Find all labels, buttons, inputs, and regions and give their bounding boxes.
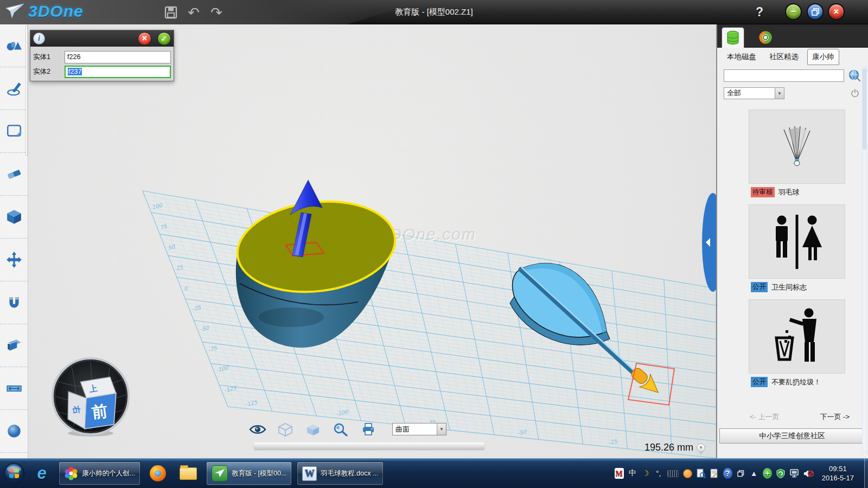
tool-material-button[interactable] (0, 410, 28, 453)
redo-button[interactable]: ↷ (207, 4, 226, 21)
dialog-body: 实体1 f226 实体2 f237 (30, 47, 174, 81)
tray-network-icon[interactable] (789, 468, 799, 479)
thumbnail-no-litter[interactable] (749, 299, 845, 374)
measurement-chevron-icon[interactable]: ▼ (697, 444, 705, 452)
internet-explorer-icon: e (37, 464, 46, 483)
explorer-launcher[interactable] (175, 460, 201, 486)
tool-measure-button[interactable] (0, 367, 28, 410)
bowl-solid[interactable] (232, 193, 400, 348)
taskbar-button-3done[interactable]: 教育版 - [模型00... (206, 461, 292, 485)
shaded-view-button[interactable] (304, 422, 322, 436)
tray-m-icon[interactable]: M (615, 468, 624, 479)
viewport-3d[interactable]: 1007550250-25-50-75-100-125-125-100-75-5… (28, 24, 716, 458)
undo-button[interactable]: ↶ (184, 4, 203, 21)
next-page-button[interactable]: 下一页 -> (820, 412, 850, 422)
viewport-toolbar: 曲面 ▼ (248, 422, 446, 436)
tray-volume-muted-icon[interactable] (803, 468, 814, 479)
dialog-confirm-button[interactable]: ✓ (157, 32, 171, 46)
tool-combine-button[interactable] (0, 324, 28, 367)
search-input[interactable] (724, 69, 844, 82)
tray-sogou-icon[interactable] (683, 469, 692, 478)
tray-doc-icon[interactable] (710, 468, 719, 479)
measurement-readout: 195.26 mm ▼ (644, 442, 705, 453)
list-item-badminton[interactable]: 待审核 羽毛球 (717, 110, 868, 197)
tray-360-icon[interactable]: + (763, 468, 772, 479)
visibility-button[interactable] (248, 422, 267, 436)
community-site-button[interactable]: 中小学三维创意社区 (719, 428, 865, 444)
toolbar-scrollbar[interactable] (25, 25, 28, 156)
window-title: 教育版 - [模型002.Z1] (271, 0, 597, 24)
panel-collapse-handle[interactable] (702, 193, 716, 292)
entity2-value-selected: f237 (68, 68, 82, 75)
firefox-launcher[interactable] (145, 460, 170, 486)
feather-solid[interactable] (510, 264, 674, 405)
tool-sketch-button[interactable] (0, 67, 28, 110)
wireframe-view-button[interactable] (276, 422, 295, 436)
tray-expand-icon[interactable]: ▲ (750, 468, 758, 479)
tab-user[interactable]: 康小帅 (807, 49, 839, 65)
save-button[interactable] (162, 4, 180, 21)
tool-move-button[interactable] (0, 239, 28, 281)
folder-icon (180, 467, 197, 480)
prev-page-button[interactable]: <- 上一页 (750, 412, 780, 422)
redo-icon: ↷ (210, 5, 222, 20)
thumbnail-restroom[interactable] (749, 204, 845, 279)
tool-sketch-plane-button[interactable] (0, 110, 28, 153)
display-mode-dropdown[interactable]: 曲面 ▼ (392, 423, 446, 435)
tray-restore-icon[interactable] (737, 468, 745, 479)
clock-time: 09:51 (822, 464, 854, 473)
firefox-icon (150, 465, 166, 481)
entity1-field[interactable]: f226 (65, 51, 171, 63)
thumbnail-badminton[interactable] (749, 110, 845, 184)
list-item-no-litter[interactable]: 公开 不要乱扔垃圾！ (717, 299, 868, 387)
boolean-dialog: i × ✓ 实体1 f226 实体2 f237 (30, 30, 174, 81)
wireframe-cube-icon (276, 422, 295, 436)
taskbar-clock[interactable]: 09:51 2016-5-17 (822, 464, 854, 483)
status-badge-pending: 待审核 (751, 187, 775, 197)
dialog-cancel-button[interactable]: × (138, 32, 151, 46)
dialog-row-entity1: 实体1 f226 (33, 50, 171, 63)
tray-help-icon[interactable]: ? (723, 468, 732, 479)
community-tab-button[interactable] (754, 27, 777, 48)
taskbar-button-label: 康小帅的个人创... (82, 469, 135, 478)
library-tab-button[interactable] (722, 27, 744, 48)
zoom-button[interactable] (331, 422, 350, 436)
print-button[interactable] (359, 422, 378, 436)
list-item-restroom[interactable]: 公开 卫生间标志 (717, 204, 868, 292)
start-button[interactable] (3, 460, 25, 486)
search-globe-icon[interactable] (848, 69, 860, 81)
minimize-icon: − (791, 7, 796, 16)
panel-scrollbar[interactable] (862, 67, 867, 453)
status-badge-public: 公开 (751, 377, 768, 387)
help-button[interactable]: ? (752, 4, 767, 20)
ie-launcher[interactable]: e (30, 460, 54, 486)
tab-local-disk[interactable]: 本地磁盘 (723, 49, 761, 65)
tool-feature-cube-button[interactable] (0, 196, 28, 239)
display-mode-value: 曲面 (393, 425, 437, 434)
show-desktop-button[interactable] (864, 459, 868, 488)
tray-ime-icon[interactable]: 中 (628, 468, 637, 479)
tool-eraser-button[interactable] (0, 153, 28, 196)
taskbar-button-word[interactable]: W 羽毛球教程.docx ... (297, 461, 384, 485)
tab-community-featured[interactable]: 社区精选 (765, 49, 803, 65)
tray-shield-icon[interactable] (776, 468, 785, 479)
restore-button[interactable] (807, 3, 824, 20)
view-cube-widget[interactable]: 上 右 前 (50, 356, 131, 437)
power-icon[interactable] (851, 89, 859, 98)
shuttlecock-thumb-icon (767, 117, 827, 177)
tool-primitives-button[interactable] (0, 24, 28, 67)
tool-magnet-button[interactable] (0, 281, 28, 324)
entity2-field[interactable]: f237 (65, 66, 171, 78)
item-caption: 公开 卫生间标志 (751, 282, 868, 292)
tray-search-doc-icon[interactable] (697, 468, 706, 479)
tray-keyboard-icon[interactable] (667, 470, 679, 477)
primitives-icon (5, 37, 23, 54)
scene-canvas[interactable]: i3DOne.com i3DOne.com (28, 24, 716, 458)
tray-moon-icon[interactable]: ☽ (641, 468, 650, 479)
minimize-button[interactable]: − (785, 3, 802, 20)
taskbar-button-browser-window[interactable]: 康小帅的个人创... (59, 461, 141, 485)
close-button[interactable]: × (828, 3, 845, 20)
panel-tabs: 本地磁盘 社区精选 康小帅 (717, 48, 868, 66)
tray-punct-icon[interactable]: °, (654, 468, 663, 479)
category-dropdown[interactable]: 全部 ▼ (724, 87, 784, 99)
